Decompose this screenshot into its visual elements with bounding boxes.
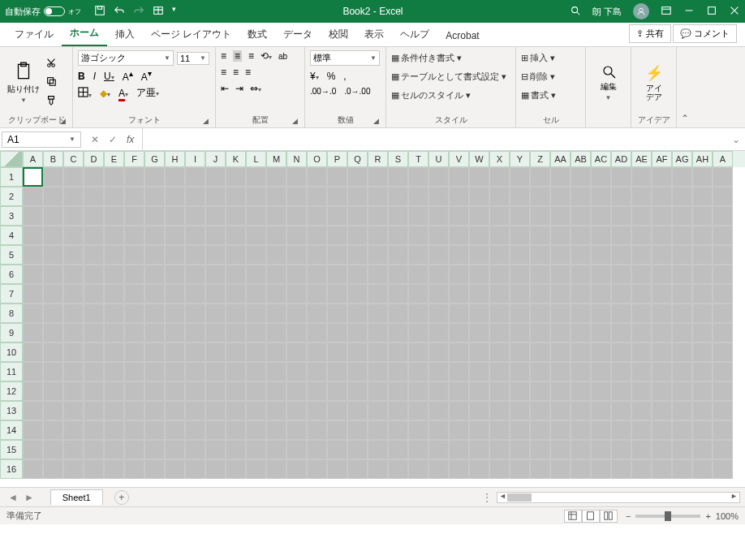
search-icon[interactable] [570, 5, 581, 19]
cell[interactable] [510, 440, 530, 459]
cell[interactable] [23, 206, 43, 226]
cell[interactable] [428, 167, 449, 187]
cell[interactable] [266, 459, 286, 479]
maximize-icon[interactable] [706, 5, 717, 19]
launcher-icon[interactable]: ◢ [60, 117, 66, 125]
cell[interactable] [388, 206, 408, 226]
cell[interactable] [327, 167, 347, 187]
cell[interactable] [104, 323, 124, 342]
cell[interactable] [23, 323, 43, 342]
cell[interactable] [489, 167, 510, 187]
cell[interactable] [124, 323, 144, 342]
cell[interactable] [307, 381, 327, 401]
cell[interactable] [469, 362, 489, 381]
row-header[interactable]: 13 [0, 401, 23, 420]
cell[interactable] [124, 167, 144, 187]
cell[interactable] [368, 226, 388, 245]
cell[interactable] [489, 206, 510, 226]
cell[interactable] [611, 362, 631, 381]
cell[interactable] [43, 304, 63, 323]
cell[interactable] [652, 420, 672, 440]
merge-center-icon[interactable]: ⇔▾ [250, 83, 261, 94]
cell[interactable] [713, 265, 733, 284]
cell[interactable] [307, 226, 327, 245]
cell[interactable] [286, 167, 307, 187]
formula-input[interactable] [142, 128, 727, 150]
cell[interactable] [713, 226, 733, 245]
cell[interactable] [104, 342, 124, 362]
cell[interactable] [428, 304, 449, 323]
cell[interactable] [104, 362, 124, 381]
select-all-corner[interactable] [0, 151, 23, 167]
row-header[interactable]: 8 [0, 304, 23, 323]
cell[interactable] [246, 342, 266, 362]
copy-icon[interactable] [45, 75, 57, 89]
cell[interactable] [713, 206, 733, 226]
cell[interactable] [185, 420, 205, 440]
cell[interactable] [550, 440, 571, 459]
cell[interactable] [388, 304, 408, 323]
cell[interactable] [43, 459, 63, 479]
cell[interactable] [23, 440, 43, 459]
cell[interactable] [307, 265, 327, 284]
cell[interactable] [692, 440, 713, 459]
cell[interactable] [550, 245, 571, 265]
cell[interactable] [611, 323, 631, 342]
cell[interactable] [449, 420, 469, 440]
cell[interactable] [530, 226, 550, 245]
tab-acrobat[interactable]: Acrobat [437, 25, 487, 46]
cell[interactable] [713, 381, 733, 401]
cell[interactable] [327, 420, 347, 440]
cell[interactable] [205, 440, 226, 459]
cell[interactable] [652, 245, 672, 265]
cell[interactable] [165, 381, 185, 401]
column-header[interactable]: F [124, 151, 144, 167]
cell[interactable] [428, 342, 449, 362]
cell[interactable] [652, 342, 672, 362]
cell[interactable] [266, 381, 286, 401]
cell[interactable] [104, 187, 124, 206]
cell[interactable] [347, 206, 368, 226]
sheet-nav-prev-icon[interactable]: ◄ [8, 492, 18, 503]
cell[interactable] [631, 342, 652, 362]
column-header[interactable]: T [408, 151, 428, 167]
cell[interactable] [124, 459, 144, 479]
cell[interactable] [449, 459, 469, 479]
cell[interactable] [368, 440, 388, 459]
cell[interactable] [713, 167, 733, 187]
insert-cells-button[interactable]: ⊞挿入 ▾ [521, 52, 580, 64]
cell[interactable] [307, 362, 327, 381]
cell[interactable] [530, 459, 550, 479]
cell[interactable] [347, 381, 368, 401]
cell[interactable] [104, 265, 124, 284]
column-header[interactable]: AG [672, 151, 692, 167]
name-box[interactable]: A1▼ [2, 131, 81, 148]
cell[interactable] [63, 401, 84, 420]
cell[interactable] [489, 265, 510, 284]
cell[interactable] [510, 362, 530, 381]
cell[interactable] [672, 459, 692, 479]
autosave-toggle[interactable]: 自動保存 オフ [5, 6, 81, 18]
column-header[interactable]: X [489, 151, 510, 167]
cell[interactable] [165, 459, 185, 479]
cell[interactable] [631, 284, 652, 304]
cell[interactable] [307, 206, 327, 226]
expand-formula-icon[interactable]: ⌄ [727, 134, 745, 145]
cell[interactable] [307, 284, 327, 304]
column-header[interactable]: A [713, 151, 733, 167]
cell[interactable] [489, 226, 510, 245]
row-header[interactable]: 3 [0, 206, 23, 226]
cell[interactable] [368, 362, 388, 381]
cell[interactable] [368, 265, 388, 284]
cell[interactable] [692, 323, 713, 342]
cell[interactable] [489, 381, 510, 401]
cell[interactable] [23, 245, 43, 265]
column-header[interactable]: P [327, 151, 347, 167]
cell[interactable] [23, 265, 43, 284]
cell[interactable] [469, 206, 489, 226]
cell[interactable] [23, 381, 43, 401]
cell[interactable] [530, 440, 550, 459]
normal-view-button[interactable] [564, 510, 582, 523]
cell[interactable] [286, 381, 307, 401]
cell[interactable] [226, 362, 246, 381]
